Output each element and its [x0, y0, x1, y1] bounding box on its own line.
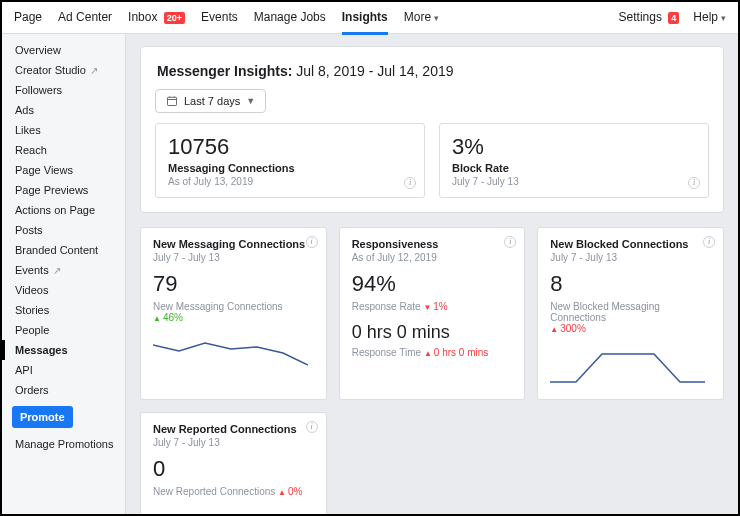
sidebar-manage-promotions[interactable]: Manage Promotions	[2, 434, 125, 454]
info-icon[interactable]: i	[404, 177, 416, 189]
sidebar-item-label: Reach	[15, 144, 47, 156]
stat-block-label: Block Rate	[452, 162, 696, 174]
response-time-value: 0 hrs 0 mins	[352, 322, 513, 343]
delta-up-red: 0 hrs 0 mins	[424, 347, 488, 358]
sidebar-item-label: Actions on Page	[15, 204, 95, 216]
sidebar-item-orders[interactable]: Orders	[2, 380, 125, 400]
top-stats: 10756 Messaging Connections As of July 1…	[155, 123, 709, 198]
sidebar-item-label: Events	[15, 264, 49, 276]
sidebar-item-posts[interactable]: Posts	[2, 220, 125, 240]
info-icon[interactable]: i	[688, 177, 700, 189]
card-sub: July 7 - July 13	[153, 437, 314, 448]
response-time-caption: Response Time 0 hrs 0 mins	[352, 347, 513, 358]
card-value: 8	[550, 271, 711, 297]
sidebar-item-followers[interactable]: Followers	[2, 80, 125, 100]
card-reported: i New Reported Connections July 7 - July…	[140, 412, 327, 514]
card-value: 0	[153, 456, 314, 482]
card-title: New Reported Connections	[153, 423, 314, 435]
info-icon[interactable]: i	[703, 236, 715, 248]
nav-events[interactable]: Events	[201, 10, 238, 26]
sidebar-item-label: Likes	[15, 124, 41, 136]
sidebar-item-label: Orders	[15, 384, 49, 396]
sidebar-item-label: Branded Content	[15, 244, 98, 256]
date-range-label: Last 7 days	[184, 95, 240, 107]
delta-up-red: 300%	[550, 323, 586, 334]
info-icon[interactable]: i	[504, 236, 516, 248]
sidebar-item-label: Posts	[15, 224, 43, 236]
sidebar-item-label: Page Views	[15, 164, 73, 176]
sidebar-item-messages[interactable]: Messages	[2, 340, 125, 360]
nav-more[interactable]: More	[404, 10, 439, 26]
card-grid-2: i New Reported Connections July 7 - July…	[140, 412, 724, 514]
body: OverviewCreator Studio↗FollowersAdsLikes…	[2, 34, 738, 514]
main: Messenger Insights: Jul 8, 2019 - Jul 14…	[126, 34, 738, 514]
delta-up: 46%	[153, 312, 183, 323]
chevron-down-icon: ▼	[246, 96, 255, 106]
stat-block-sub: July 7 - July 13	[452, 176, 696, 187]
sparkline	[153, 507, 308, 514]
nav-ad-center[interactable]: Ad Center	[58, 10, 112, 26]
nav-right: Settings 4 Help	[619, 10, 726, 26]
stat-connections-value: 10756	[168, 134, 412, 160]
title-range: Jul 8, 2019 - Jul 14, 2019	[296, 63, 453, 79]
sidebar-item-page-views[interactable]: Page Views	[2, 160, 125, 180]
sidebar-item-ads[interactable]: Ads	[2, 100, 125, 120]
sidebar-item-likes[interactable]: Likes	[2, 120, 125, 140]
sidebar-item-reach[interactable]: Reach	[2, 140, 125, 160]
sidebar-item-label: Creator Studio	[15, 64, 86, 76]
card-value: 79	[153, 271, 314, 297]
sidebar-item-branded-content[interactable]: Branded Content	[2, 240, 125, 260]
nav-manage-jobs[interactable]: Manage Jobs	[254, 10, 326, 26]
svg-rect-0	[168, 97, 177, 105]
inbox-badge: 20+	[164, 12, 185, 24]
sidebar-item-label: Overview	[15, 44, 61, 56]
nav-insights[interactable]: Insights	[342, 10, 388, 26]
sidebar-item-overview[interactable]: Overview	[2, 40, 125, 60]
sidebar-item-label: Stories	[15, 304, 49, 316]
sidebar-item-label: Messages	[15, 344, 68, 356]
nav-left: Page Ad Center Inbox 20+ Events Manage J…	[14, 10, 439, 26]
sidebar-item-label: Videos	[15, 284, 48, 296]
card-responsiveness: i Responsiveness As of July 12, 2019 94%…	[339, 227, 526, 400]
stat-block-value: 3%	[452, 134, 696, 160]
title-prefix: Messenger Insights:	[157, 63, 292, 79]
page-title: Messenger Insights: Jul 8, 2019 - Jul 14…	[157, 63, 709, 79]
sidebar-item-label: Followers	[15, 84, 62, 96]
nav-inbox[interactable]: Inbox 20+	[128, 10, 185, 26]
response-rate-caption: Response Rate 1%	[352, 301, 513, 312]
date-range-selector[interactable]: Last 7 days ▼	[155, 89, 266, 113]
delta-up-red: 0%	[278, 486, 302, 497]
sidebar-item-events[interactable]: Events↗	[2, 260, 125, 280]
nav-page[interactable]: Page	[14, 10, 42, 26]
card-sub: As of July 12, 2019	[352, 252, 513, 263]
top-nav: Page Ad Center Inbox 20+ Events Manage J…	[2, 2, 738, 34]
card-caption: New Messaging Connections 46%	[153, 301, 314, 323]
stat-connections: 10756 Messaging Connections As of July 1…	[155, 123, 425, 198]
stat-block-rate: 3% Block Rate July 7 - July 13 i	[439, 123, 709, 198]
sidebar-item-stories[interactable]: Stories	[2, 300, 125, 320]
stat-connections-sub: As of July 13, 2019	[168, 176, 412, 187]
sidebar-item-api[interactable]: API	[2, 360, 125, 380]
info-icon[interactable]: i	[306, 236, 318, 248]
card-blocked: i New Blocked Connections July 7 - July …	[537, 227, 724, 400]
delta-down: 1%	[423, 301, 447, 312]
app-frame: Page Ad Center Inbox 20+ Events Manage J…	[0, 0, 740, 516]
card-title: New Blocked Connections	[550, 238, 711, 250]
response-rate-value: 94%	[352, 271, 513, 297]
card-title: New Messaging Connections	[153, 238, 314, 250]
nav-settings[interactable]: Settings 4	[619, 10, 680, 26]
promote-button[interactable]: Promote	[12, 406, 73, 428]
info-icon[interactable]: i	[306, 421, 318, 433]
card-caption: New Blocked Messaging Connections 300%	[550, 301, 711, 334]
settings-badge: 4	[668, 12, 679, 24]
sidebar-item-videos[interactable]: Videos	[2, 280, 125, 300]
sidebar-item-people[interactable]: People	[2, 320, 125, 340]
sidebar-item-actions-on-page[interactable]: Actions on Page	[2, 200, 125, 220]
nav-settings-label: Settings	[619, 10, 662, 24]
sidebar: OverviewCreator Studio↗FollowersAdsLikes…	[2, 34, 126, 514]
sidebar-item-creator-studio[interactable]: Creator Studio↗	[2, 60, 125, 80]
sidebar-item-page-previews[interactable]: Page Previews	[2, 180, 125, 200]
nav-help[interactable]: Help	[693, 10, 726, 26]
calendar-icon	[166, 95, 178, 107]
sidebar-item-label: Ads	[15, 104, 34, 116]
